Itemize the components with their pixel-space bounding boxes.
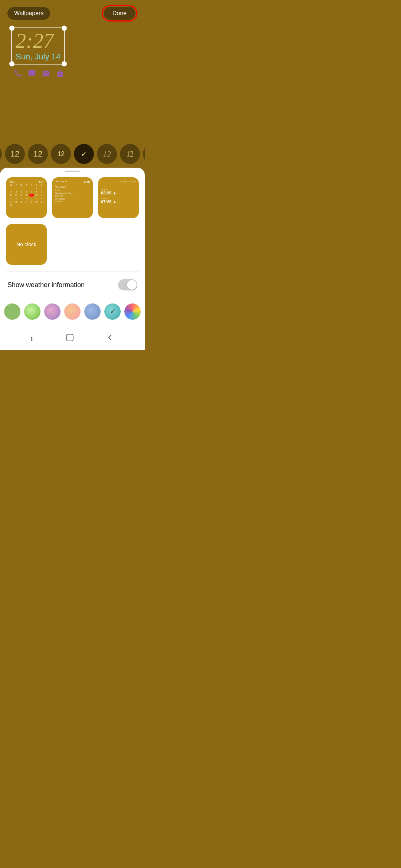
- handle-bottom-left: [9, 61, 14, 66]
- handle-top-right: [62, 26, 67, 31]
- clock-style-7[interactable]: 12: [143, 144, 145, 164]
- divider-2: [6, 298, 139, 298]
- thumb-alarm-2: Sunset 07:26 ▲: [101, 197, 136, 204]
- handle-top-left: [9, 26, 14, 31]
- clock-style-6[interactable]: 12: [120, 144, 140, 164]
- clock-dropdown-arrow: ✓: [81, 149, 87, 158]
- weather-toggle-switch[interactable]: [118, 279, 137, 290]
- thumb-sched-time: 2:20: [84, 180, 90, 184]
- notification-icons: [13, 68, 137, 79]
- clock-thumbnail-row: JUL. 2:27 M T W T F S S 1 2: [0, 177, 145, 224]
- mail-icon: [41, 68, 51, 79]
- handle-bottom-right: [62, 61, 67, 66]
- thumb-alarm-1: Sunrise 02:26 ▲: [101, 188, 136, 195]
- clock-style-row: 12 12 12 12 ✓ 12 12 12: [0, 138, 145, 168]
- lock-icon: [55, 68, 65, 79]
- thumb-alarm[interactable]: Sunrise / Sunset Sunrise 02:26 ▲ Sunset …: [98, 177, 139, 218]
- thumb-calendar[interactable]: JUL. 2:27 M T W T F S S 1 2: [6, 177, 47, 218]
- clock-style-3[interactable]: 12: [28, 144, 48, 164]
- swatch-green-solid[interactable]: [4, 303, 20, 320]
- nav-bar: ⫾: [0, 327, 145, 350]
- weather-toggle-row: Show weather information: [0, 273, 145, 296]
- thumb-cal-time: 2:27: [39, 180, 44, 183]
- bottom-sheet: JUL. 2:27 M T W T F S S 1 2: [0, 168, 145, 327]
- clock-date: Sun, July 14: [16, 52, 61, 62]
- message-icon: [27, 68, 37, 79]
- thumb-sched-date: Sun, July 14: [55, 180, 67, 184]
- divider-1: [6, 272, 139, 272]
- color-swatch-row: [0, 300, 145, 327]
- clock-style-2[interactable]: 12: [5, 144, 25, 164]
- clock-style-3-label: 12: [33, 149, 42, 159]
- clock-style-4[interactable]: 12: [51, 144, 71, 164]
- done-btn-highlight: Done: [102, 5, 137, 22]
- back-button[interactable]: [105, 333, 114, 344]
- swatch-peach-gradient[interactable]: [64, 303, 81, 320]
- lock-screen-preview: 2:27 Sun, July 14: [7, 25, 137, 79]
- wallpapers-button[interactable]: Wallpapers: [7, 7, 50, 20]
- swatch-blue-gradient[interactable]: [84, 303, 101, 320]
- clock-style-5-label: 12: [102, 149, 112, 159]
- lock-screen-empty-area: [0, 79, 145, 138]
- swatch-pink-gradient[interactable]: [44, 303, 61, 320]
- thumb-cal-month: JUL.: [9, 180, 14, 183]
- weather-toggle-label: Show weather information: [7, 281, 85, 289]
- clock-style-2-label: 12: [10, 149, 19, 159]
- no-clock-button[interactable]: No clock: [6, 224, 47, 265]
- sheet-handle: [65, 171, 80, 172]
- clock-style-5[interactable]: 12: [97, 144, 117, 164]
- clock-style-4-label: 12: [58, 150, 64, 158]
- top-bar: Wallpapers Done: [0, 0, 145, 25]
- thumb-schedule[interactable]: Sun, July 14 2:20 My birthday All day Me…: [52, 177, 93, 218]
- thumb-alarm-top-label: Sunrise / Sunset: [101, 180, 136, 183]
- toggle-knob: [127, 280, 137, 290]
- clock-style-1[interactable]: 12: [0, 144, 2, 164]
- clock-style-dropdown[interactable]: ✓: [74, 144, 94, 164]
- swatch-green-gradient[interactable]: [24, 303, 40, 320]
- thumb-cal-grid: M T W T F S S 1 2 3 4 5 6: [9, 184, 44, 207]
- no-clock-row: No clock: [0, 224, 145, 270]
- done-button[interactable]: Done: [104, 7, 136, 20]
- recent-apps-button[interactable]: ⫾: [30, 335, 34, 343]
- home-button[interactable]: [65, 333, 74, 344]
- swatch-multicolor[interactable]: [124, 303, 141, 320]
- no-clock-label: No clock: [16, 241, 36, 247]
- swatch-teal-selected[interactable]: [104, 303, 121, 320]
- phone-icon: [13, 68, 23, 79]
- clock-style-6-label: 12: [126, 150, 134, 158]
- svg-rect-0: [66, 334, 73, 341]
- clock-widget[interactable]: 2:27 Sun, July 14: [11, 27, 65, 65]
- thumb-sched-events: My birthday All day Meeting with Stan 10…: [55, 186, 90, 203]
- clock-time: 2:27: [16, 30, 61, 51]
